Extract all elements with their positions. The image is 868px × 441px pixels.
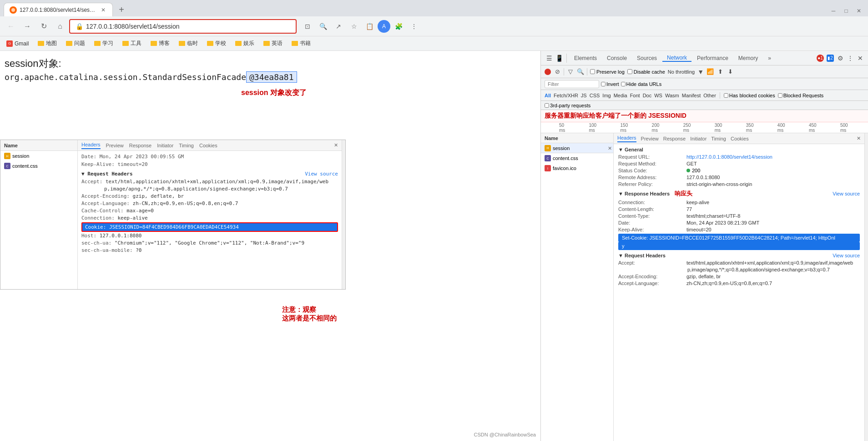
- extensions-button[interactable]: 🧩: [391, 19, 406, 34]
- more-tools-button[interactable]: ⋮: [407, 19, 421, 34]
- detail-tab-timing[interactable]: Timing: [179, 143, 194, 148]
- view-source-link-1[interactable]: View source: [305, 171, 338, 177]
- column-close[interactable]: ✕: [606, 143, 613, 153]
- bookmark-tools[interactable]: 工具: [120, 39, 144, 48]
- hide-data-urls-checkbox[interactable]: Hide data URLs: [621, 81, 662, 87]
- cast-button[interactable]: ⊡: [300, 19, 315, 34]
- search-button[interactable]: 🔍: [577, 68, 584, 75]
- browser-tab-active[interactable]: 127.0.0.1:8080/servlet14/sessi... ✕: [4, 3, 113, 16]
- detail-tab-response[interactable]: Response: [129, 143, 152, 148]
- scrollbar[interactable]: [342, 140, 345, 289]
- maximize-button[interactable]: □: [841, 5, 852, 16]
- bookmark-star-button[interactable]: ☆: [347, 19, 361, 34]
- bookmark-books[interactable]: 书籍: [289, 39, 313, 48]
- filter-js[interactable]: JS: [581, 93, 587, 98]
- detail-tab-initiator-2[interactable]: Initiator: [690, 136, 707, 141]
- reload-button[interactable]: ↻: [36, 19, 51, 34]
- network-session-row[interactable]: H session: [541, 143, 613, 153]
- disable-cache-input[interactable]: [627, 69, 632, 74]
- throttle-select[interactable]: No throttling: [668, 69, 695, 75]
- zoom-button[interactable]: 🔍: [316, 19, 330, 34]
- filter-fetch-xhr[interactable]: Fetch/XHR: [554, 93, 578, 98]
- view-source-link-3[interactable]: View source: [833, 253, 860, 258]
- preserve-log-checkbox[interactable]: Preserve log: [590, 69, 625, 75]
- filter-media[interactable]: Media: [614, 93, 627, 98]
- devtools-close-button[interactable]: ✕: [856, 54, 864, 62]
- filter-wasm[interactable]: Wasm: [665, 93, 679, 98]
- back-button[interactable]: ←: [4, 19, 18, 34]
- detail-scrollbar[interactable]: [864, 133, 868, 441]
- devtools-tab-network[interactable]: Network: [662, 55, 691, 62]
- disable-cache-checkbox[interactable]: Disable cache: [627, 69, 665, 75]
- address-bar[interactable]: 🔒 127.0.0.1:8080/servlet14/session: [69, 19, 297, 34]
- devtools-inspect-button[interactable]: ☰: [545, 54, 554, 63]
- detail-tab-preview-2[interactable]: Preview: [641, 136, 659, 141]
- devtools-tab-sources[interactable]: Sources: [632, 55, 661, 61]
- detail-tab-timing-2[interactable]: Timing: [711, 136, 726, 141]
- forward-button[interactable]: →: [20, 19, 35, 34]
- third-party-input[interactable]: [545, 103, 549, 108]
- detail-close-button[interactable]: ✕: [334, 142, 338, 148]
- share-button[interactable]: ↗: [331, 19, 346, 34]
- preserve-log-input[interactable]: [590, 69, 595, 74]
- filter-img[interactable]: Img: [602, 93, 611, 98]
- view-source-link-2[interactable]: View source: [833, 191, 860, 196]
- filter-input[interactable]: [545, 80, 599, 88]
- has-blocked-cookies-input[interactable]: [724, 93, 728, 98]
- third-party-checkbox[interactable]: 3rd-party requests: [545, 103, 590, 108]
- devtools-error-badge[interactable]: ●1: [816, 54, 824, 62]
- devtools-device-button[interactable]: 📱: [555, 54, 564, 63]
- filter-all[interactable]: All: [545, 93, 551, 98]
- bookmark-gmail[interactable]: G Gmail: [4, 40, 31, 48]
- detail-tab-cookies-2[interactable]: Cookies: [731, 136, 749, 141]
- devtools-settings-button[interactable]: ⚙: [836, 54, 844, 62]
- bookmark-school[interactable]: 学校: [204, 39, 229, 48]
- devtools-more-button[interactable]: ⋮: [846, 54, 854, 62]
- network-css-row[interactable]: C content.css: [541, 153, 613, 163]
- filter-css[interactable]: CSS: [590, 93, 600, 98]
- devtools-warning-badge[interactable]: ▮2: [826, 54, 834, 62]
- hide-data-urls-input[interactable]: [621, 82, 626, 86]
- network-item-css[interactable]: C content.css: [0, 161, 77, 171]
- detail-tab-response-2[interactable]: Response: [663, 136, 686, 141]
- bookmark-map[interactable]: 地图: [35, 39, 60, 48]
- close-window-button[interactable]: ✕: [853, 5, 864, 16]
- home-button[interactable]: ⌂: [53, 19, 67, 34]
- filter-other[interactable]: Other: [703, 93, 716, 98]
- bookmark-english[interactable]: 英语: [261, 39, 285, 48]
- network-ico-row[interactable]: I favicon.ico: [541, 163, 613, 173]
- detail-tab-headers-active[interactable]: Headers: [617, 135, 636, 142]
- devtools-tab-more[interactable]: »: [763, 55, 776, 61]
- new-tab-button[interactable]: +: [115, 3, 128, 16]
- devtools-tab-performance[interactable]: Performance: [692, 55, 733, 61]
- invert-checkbox[interactable]: Invert: [601, 81, 619, 87]
- devtools-tab-console[interactable]: Console: [602, 55, 631, 61]
- bookmark-temp[interactable]: 临时: [176, 39, 201, 48]
- has-blocked-cookies-checkbox[interactable]: Has blocked cookies: [724, 93, 775, 98]
- tab-close-button[interactable]: ✕: [100, 6, 107, 14]
- detail-tab-cookies[interactable]: Cookies: [199, 143, 217, 148]
- filter-button[interactable]: ▽: [567, 68, 574, 75]
- network-item-session[interactable]: H session: [0, 151, 77, 161]
- network-conditions-button[interactable]: 📶: [707, 68, 714, 75]
- invert-input[interactable]: [601, 82, 606, 86]
- minimize-button[interactable]: ─: [828, 5, 839, 16]
- bookmark-issues[interactable]: 问题: [63, 39, 88, 48]
- filter-doc[interactable]: Doc: [643, 93, 652, 98]
- devtools-tab-memory[interactable]: Memory: [734, 55, 762, 61]
- devtools-tab-elements[interactable]: Elements: [570, 55, 601, 61]
- profile-button[interactable]: A: [378, 20, 390, 33]
- detail-tab-preview[interactable]: Preview: [106, 143, 124, 148]
- blocked-requests-input[interactable]: [778, 93, 782, 98]
- export-button[interactable]: ⬇: [727, 68, 734, 75]
- detail-tab-initiator[interactable]: Initiator: [157, 143, 173, 148]
- detail-close-btn[interactable]: ✕: [857, 135, 861, 141]
- filter-font[interactable]: Font: [630, 93, 640, 98]
- bookmark-entertainment[interactable]: 娱乐: [232, 39, 257, 48]
- detail-tab-headers[interactable]: Headers: [81, 142, 101, 149]
- reading-list-button[interactable]: 📋: [362, 19, 377, 34]
- filter-manifest[interactable]: Manifest: [682, 93, 701, 98]
- blocked-requests-checkbox[interactable]: Blocked Requests: [778, 93, 824, 98]
- clear-button[interactable]: ⊘: [554, 68, 561, 75]
- filter-ws[interactable]: WS: [654, 93, 662, 98]
